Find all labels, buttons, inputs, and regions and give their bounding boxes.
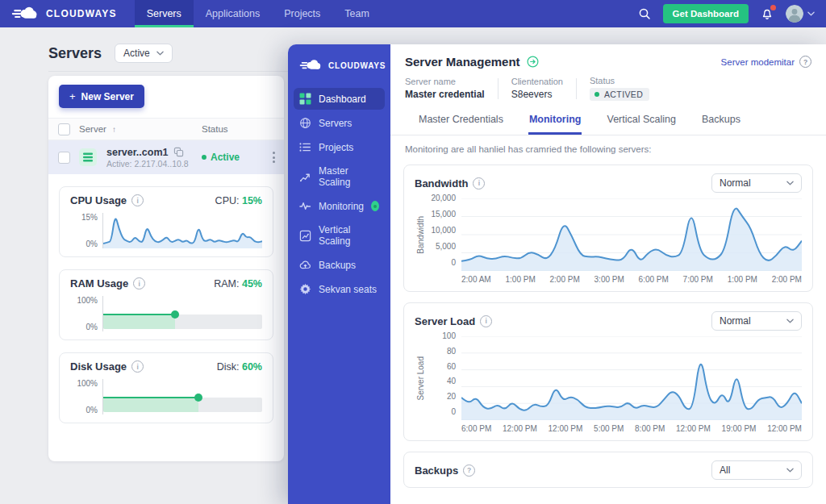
table-header: Server ↑ Status bbox=[48, 118, 284, 140]
tab-master-credentials[interactable]: Master Credentials bbox=[418, 107, 504, 135]
sidebar-item-monitoring[interactable]: Monitoring bbox=[294, 195, 385, 217]
info-icon[interactable]: i bbox=[473, 177, 485, 190]
get-dashboard-button[interactable]: Get Dashboard bbox=[663, 4, 749, 23]
sort-ascending-icon: ↑ bbox=[112, 125, 116, 134]
status-dot bbox=[202, 155, 206, 160]
metric-value: CPU: 15% bbox=[215, 195, 262, 206]
bell-icon[interactable] bbox=[760, 6, 774, 21]
y-axis-labels: 15%0% bbox=[70, 213, 102, 248]
user-menu[interactable] bbox=[786, 5, 815, 23]
sidebar-item-dashboard[interactable]: Dashboard bbox=[294, 88, 385, 110]
table-row[interactable]: server..com1 Active: 2.217.04..10.8 Acti… bbox=[48, 140, 284, 174]
section-title-text: Backups bbox=[415, 464, 458, 477]
x-tick: 2:00 AM bbox=[461, 275, 491, 284]
section-title-text: Server Load bbox=[415, 315, 475, 327]
page-title: Servers bbox=[48, 45, 102, 62]
chart-plot bbox=[461, 336, 802, 420]
help-icon[interactable]: ? bbox=[463, 464, 475, 477]
sidebar-item-servers[interactable]: Servers bbox=[294, 112, 385, 134]
cloudways-cloud-icon bbox=[299, 58, 323, 73]
scaling-arrow-icon bbox=[299, 171, 311, 183]
tab-vertical-scaling[interactable]: Vertical Scaling bbox=[606, 107, 676, 135]
info-icon[interactable]: i bbox=[133, 277, 145, 289]
card-title-text: CPU Usage bbox=[70, 194, 127, 206]
monitoring-description: Monitoring are all hanliel has cramried … bbox=[390, 135, 826, 154]
sidebar-brand: CLOUDWAYS bbox=[328, 61, 386, 70]
x-tick: 12:00 PM bbox=[549, 424, 583, 433]
copy-icon[interactable] bbox=[173, 147, 184, 157]
sidebar-item-master-scaling[interactable]: Master Scaling bbox=[294, 160, 385, 193]
info-label: Status bbox=[590, 76, 649, 85]
sidebar-logo[interactable]: CLOUDWAYS bbox=[288, 44, 390, 85]
nav-item-servers[interactable]: Servers bbox=[135, 0, 194, 27]
y-tick: 40 bbox=[447, 377, 456, 385]
info-icon[interactable]: i bbox=[480, 315, 492, 327]
x-tick: 8:00 PM bbox=[635, 424, 665, 433]
y-tick: 5,000 bbox=[436, 243, 456, 251]
gear-icon bbox=[299, 283, 311, 295]
y-tick: 0% bbox=[86, 323, 98, 331]
row-checkbox[interactable] bbox=[58, 152, 70, 164]
progress-track bbox=[103, 398, 262, 412]
list-icon bbox=[299, 141, 311, 153]
metric-value: Disk: 60% bbox=[217, 361, 262, 373]
dropdown-value: All bbox=[720, 464, 730, 476]
sidebar-item-sekvan-seats[interactable]: Sekvan seats bbox=[294, 278, 385, 300]
nav-item-projects[interactable]: Projects bbox=[272, 0, 332, 27]
server-column-header[interactable]: Server ↑ bbox=[79, 124, 202, 134]
chart-plot bbox=[102, 379, 262, 414]
card-title: RAM Usagei bbox=[70, 277, 145, 289]
sidebar-item-label: Monitoring bbox=[319, 201, 364, 212]
y-tick: 0% bbox=[86, 240, 98, 248]
progress-line bbox=[103, 314, 175, 315]
metric-label: RAM: bbox=[214, 278, 239, 289]
circle-arrow-icon[interactable] bbox=[527, 56, 539, 68]
section-dropdown[interactable]: Normal bbox=[711, 173, 802, 193]
y-axis-title: Bandwidth bbox=[416, 216, 425, 254]
plus-icon: + bbox=[69, 90, 76, 102]
dropdown-value: Normal bbox=[720, 177, 751, 189]
sidebar-item-label: Dashboard bbox=[319, 94, 366, 105]
status-column-header: Status bbox=[202, 124, 263, 134]
sidebar: CLOUDWAYS DashboardServersProjectsMaster… bbox=[288, 44, 390, 504]
status-text: ACTIVED bbox=[604, 90, 643, 99]
sidebar-item-label: Projects bbox=[319, 142, 353, 153]
progress-track bbox=[103, 314, 262, 329]
progress-fill bbox=[103, 398, 198, 412]
new-server-button[interactable]: + New Server bbox=[59, 85, 144, 108]
x-tick: 2:00 PM bbox=[550, 275, 580, 284]
chart-plot bbox=[461, 198, 802, 271]
server-icon bbox=[79, 148, 97, 166]
nav-item-applications[interactable]: Applications bbox=[194, 0, 272, 27]
info-icon[interactable]: i bbox=[131, 194, 144, 206]
select-all-checkbox[interactable] bbox=[58, 123, 70, 135]
sidebar-item-projects[interactable]: Projects bbox=[294, 136, 385, 158]
search-icon[interactable] bbox=[637, 6, 652, 21]
badge-dot bbox=[373, 205, 377, 208]
section-backups: Backups?All bbox=[403, 452, 813, 488]
monitoring-sections: BandwidthiNormalBandwidth20,00015,00010,… bbox=[390, 154, 826, 488]
x-tick: 5:00 PM bbox=[594, 424, 624, 433]
y-axis-labels: 100806040200 bbox=[426, 332, 461, 416]
info-value: S8eevers bbox=[511, 89, 563, 100]
server-filter-dropdown[interactable]: Active bbox=[115, 44, 173, 63]
server-management-overlay: CLOUDWAYS DashboardServersProjectsMaster… bbox=[288, 44, 826, 504]
info-label: Clientenation bbox=[511, 77, 563, 86]
server-monitor-link[interactable]: Server modemitar ? bbox=[721, 56, 811, 68]
sidebar-item-backups[interactable]: Backups bbox=[294, 254, 385, 276]
card-title-text: RAM Usage bbox=[70, 277, 128, 289]
help-icon[interactable]: ? bbox=[799, 56, 811, 68]
brand-logo[interactable]: CLOUDWAYS bbox=[0, 0, 135, 27]
chevron-down-icon bbox=[807, 11, 815, 16]
row-menu-icon[interactable] bbox=[270, 149, 277, 165]
section-dropdown[interactable]: All bbox=[711, 460, 802, 480]
server-name[interactable]: server..com1 bbox=[106, 147, 168, 158]
x-tick: 1:00 PM bbox=[728, 275, 757, 284]
tab-monitoring[interactable]: Monitoring bbox=[528, 107, 582, 135]
nav-item-team[interactable]: Team bbox=[332, 0, 382, 27]
sidebar-item-vertical-scaling[interactable]: Vertical Scaling bbox=[294, 219, 385, 252]
info-icon[interactable]: i bbox=[131, 360, 144, 373]
chevron-down-icon bbox=[786, 181, 794, 185]
section-dropdown[interactable]: Normal bbox=[711, 311, 802, 331]
tab-backups[interactable]: Backups bbox=[701, 107, 741, 135]
